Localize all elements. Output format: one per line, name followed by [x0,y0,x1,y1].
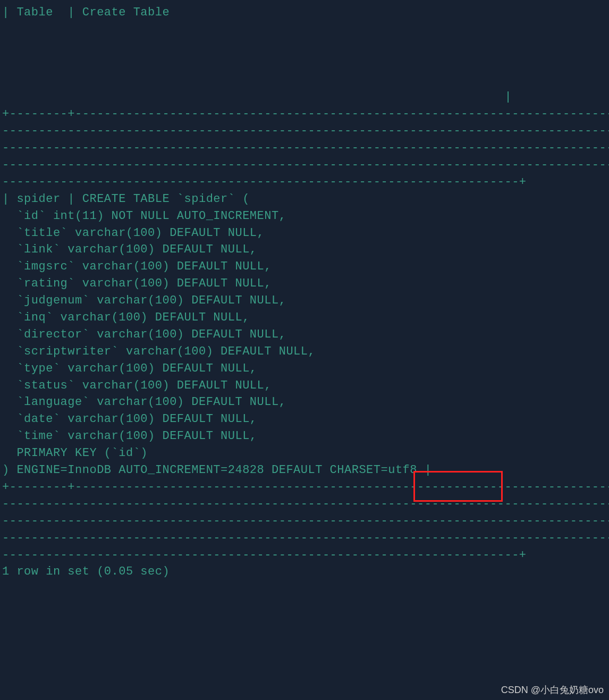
column-def: `status` varchar(100) DEFAULT NULL, [2,379,272,392]
separator-line: ----------------------------------------… [2,175,527,189]
column-def: `inq` varchar(100) DEFAULT NULL, [2,311,250,324]
column-def: `type` varchar(100) DEFAULT NULL, [2,362,257,375]
separator-line: ----------------------------------------… [2,124,609,138]
column-def: `imgsrc` varchar(100) DEFAULT NULL, [2,260,272,273]
column-def: PRIMARY KEY (`id`) [2,446,148,460]
column-def: `rating` varchar(100) DEFAULT NULL, [2,277,272,290]
column-def: `time` varchar(100) DEFAULT NULL, [2,429,257,443]
separator-line: +--------+------------------------------… [2,107,609,121]
column-def: `link` varchar(100) DEFAULT NULL, [2,243,257,256]
column-def: `language` varchar(100) DEFAULT NULL, [2,395,286,409]
footer-separator-line: +--------+------------------------------… [2,480,609,494]
column-def: `title` varchar(100) DEFAULT NULL, [2,226,264,240]
footer-separator-line: ----------------------------------------… [2,515,609,528]
separator-line: ----------------------------------------… [2,141,609,155]
footer-separator-line: ----------------------------------------… [2,497,609,511]
table-row-start: | spider | CREATE TABLE `spider` ( [2,192,250,206]
result-line: 1 row in set (0.05 sec) [2,565,170,578]
column-def: `id` int(11) NOT NULL AUTO_INCREMENT, [2,209,286,223]
terminal-output: | Table | Create Table | +--------+-----… [2,4,607,580]
footer-separator-line: ----------------------------------------… [2,532,609,545]
column-def: `date` varchar(100) DEFAULT NULL, [2,412,257,426]
header-line: | Table | Create Table [2,6,170,19]
watermark-text: CSDN @小白兔奶糖ovo [501,683,604,697]
column-def: `judgenum` varchar(100) DEFAULT NULL, [2,294,286,307]
table-row-end: ) ENGINE=InnoDB AUTO_INCREMENT=24828 DEF… [2,463,432,477]
footer-separator-line: ----------------------------------------… [2,549,527,562]
column-def: `scriptwriter` varchar(100) DEFAULT NULL… [2,345,315,358]
column-def: `director` varchar(100) DEFAULT NULL, [2,328,286,341]
header-pipe: | [2,90,512,104]
separator-line: ----------------------------------------… [2,158,609,172]
